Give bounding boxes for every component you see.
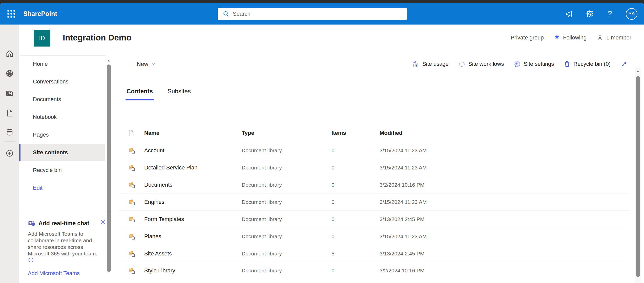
row-name[interactable]: Style Library	[144, 267, 242, 274]
close-icon[interactable]	[100, 219, 106, 225]
command-bar: New Site usage	[127, 57, 627, 71]
row-modified: 3/2/2024 10:16 PM	[380, 268, 630, 274]
table-row[interactable]: Form TemplatesDocument library03/13/2024…	[119, 210, 630, 228]
add-circle-icon[interactable]	[5, 149, 14, 158]
row-name[interactable]: Account	[144, 147, 242, 154]
document-library-icon	[128, 233, 144, 240]
table-row[interactable]: PlanesDocument library03/15/2024 11:23 A…	[119, 228, 630, 245]
row-modified: 3/15/2024 11:23 AM	[380, 147, 630, 154]
globe-icon[interactable]	[5, 69, 14, 78]
search-box[interactable]	[218, 8, 407, 20]
content-scrollbar-thumb[interactable]	[636, 76, 640, 277]
megaphone-icon[interactable]	[565, 10, 574, 18]
tabs-divider	[127, 105, 630, 105]
row-items: 0	[331, 147, 380, 154]
document-library-icon	[128, 267, 144, 274]
row-items: 0	[331, 233, 380, 240]
col-type[interactable]: Type	[242, 130, 331, 136]
document-library-icon	[128, 198, 144, 206]
suite-bar: SharePoint ?	[0, 3, 644, 25]
row-name[interactable]: Engines	[144, 199, 242, 205]
app-rail	[0, 25, 19, 283]
settings-gear-icon	[513, 60, 521, 68]
tab-contents[interactable]: Contents	[127, 88, 153, 98]
nav-item-notebook[interactable]: Notebook	[19, 108, 105, 126]
col-name[interactable]: Name	[144, 130, 242, 136]
account-avatar[interactable]: SA	[626, 8, 637, 20]
chevron-down-icon	[151, 62, 156, 66]
row-name[interactable]: Form Templates	[144, 216, 242, 223]
row-name[interactable]: Site Assets	[144, 250, 242, 257]
document-library-icon	[128, 250, 144, 257]
person-icon	[597, 34, 603, 41]
nav-item-documents[interactable]: Documents	[19, 91, 105, 108]
add-teams-link[interactable]: Add Microsoft Teams	[28, 270, 108, 277]
row-modified: 3/15/2024 11:23 AM	[380, 233, 630, 240]
expand-diagonal-icon	[620, 60, 627, 68]
content-tabs: Contents Subsites	[127, 88, 191, 98]
row-name[interactable]: Planes	[144, 233, 242, 240]
row-type: Document library	[242, 182, 331, 188]
row-type: Document library	[242, 268, 331, 274]
table-row[interactable]: Site AssetsDocument library53/13/2024 2:…	[119, 245, 630, 262]
news-icon[interactable]	[5, 89, 14, 98]
row-modified: 3/13/2024 2:45 PM	[380, 216, 630, 222]
row-type: Document library	[242, 165, 331, 171]
expand-view-button[interactable]	[620, 60, 627, 68]
help-icon[interactable]: ?	[606, 10, 614, 18]
row-items: 0	[331, 199, 380, 205]
row-modified: 3/15/2024 11:23 AM	[380, 165, 630, 171]
document-icon	[128, 130, 144, 137]
site-logo[interactable]: ID	[34, 30, 50, 47]
row-name[interactable]: Detailed Service Plan	[144, 164, 242, 171]
row-name[interactable]: Documents	[144, 182, 242, 188]
row-type: Document library	[242, 233, 331, 240]
site-usage-button[interactable]: Site usage	[412, 60, 449, 68]
col-modified[interactable]: Modified	[380, 130, 630, 136]
col-items[interactable]: Items	[331, 130, 380, 136]
row-type: Document library	[242, 251, 331, 257]
scroll-up-arrow-icon[interactable]: ▲	[106, 58, 111, 62]
document-library-icon	[128, 215, 144, 223]
teams-icon	[28, 220, 35, 227]
members-button[interactable]: 1 member	[597, 34, 631, 41]
suite-bar-actions: ? SA	[565, 3, 637, 25]
row-modified: 3/15/2024 11:23 AM	[380, 199, 630, 205]
recycle-bin-button[interactable]: Recycle bin (0)	[564, 60, 611, 68]
table-row[interactable]: EnginesDocument library03/15/2024 11:23 …	[119, 193, 630, 210]
nav-item-conversations[interactable]: Conversations	[19, 73, 105, 91]
star-icon: ★	[554, 34, 560, 40]
nav-item-site-contents[interactable]: Site contents	[19, 144, 105, 161]
nav-item-pages[interactable]: Pages	[19, 126, 105, 144]
table-row[interactable]: DocumentsDocument library03/2/2024 10:16…	[119, 176, 630, 193]
row-items: 0	[331, 216, 380, 222]
search-input[interactable]	[233, 11, 407, 17]
site-workflows-button[interactable]: Site workflows	[458, 60, 504, 68]
table-row[interactable]: Detailed Service PlanDocument library03/…	[119, 159, 630, 176]
info-icon[interactable]	[28, 257, 108, 263]
search-icon	[223, 11, 229, 17]
site-settings-button[interactable]: Site settings	[513, 60, 554, 68]
row-modified: 3/13/2024 2:45 PM	[380, 251, 630, 257]
list-icon[interactable]	[5, 128, 14, 137]
table-row[interactable]: Style LibraryDocument library03/2/2024 1…	[119, 262, 630, 279]
nav-edit-link[interactable]: Edit	[19, 179, 105, 197]
command-bar-actions: Site usage Site workflows Site sett	[412, 60, 627, 68]
home-icon[interactable]	[5, 49, 14, 58]
content-pane: New Site usage	[119, 52, 630, 283]
sharepoint-brand: SharePoint	[23, 3, 57, 25]
side-nav: Home Conversations Documents Notebook Pa…	[19, 52, 113, 283]
settings-gear-icon[interactable]	[585, 10, 594, 18]
nav-item-home[interactable]: Home	[19, 55, 105, 73]
app-launcher-waffle-icon[interactable]	[7, 9, 16, 18]
content-scrollbar[interactable]: ▲	[635, 67, 641, 283]
new-button[interactable]: New	[127, 60, 156, 68]
tab-subsites[interactable]: Subsites	[168, 88, 191, 98]
scroll-up-arrow-icon[interactable]: ▲	[635, 69, 641, 73]
following-button[interactable]: ★ Following	[554, 34, 587, 41]
nav-item-recycle-bin[interactable]: Recycle bin	[19, 161, 105, 179]
file-icon[interactable]	[5, 109, 14, 117]
row-modified: 3/2/2024 10:16 PM	[380, 182, 630, 188]
table-row[interactable]: AccountDocument library03/15/2024 11:23 …	[119, 142, 630, 159]
row-items: 0	[331, 165, 380, 171]
